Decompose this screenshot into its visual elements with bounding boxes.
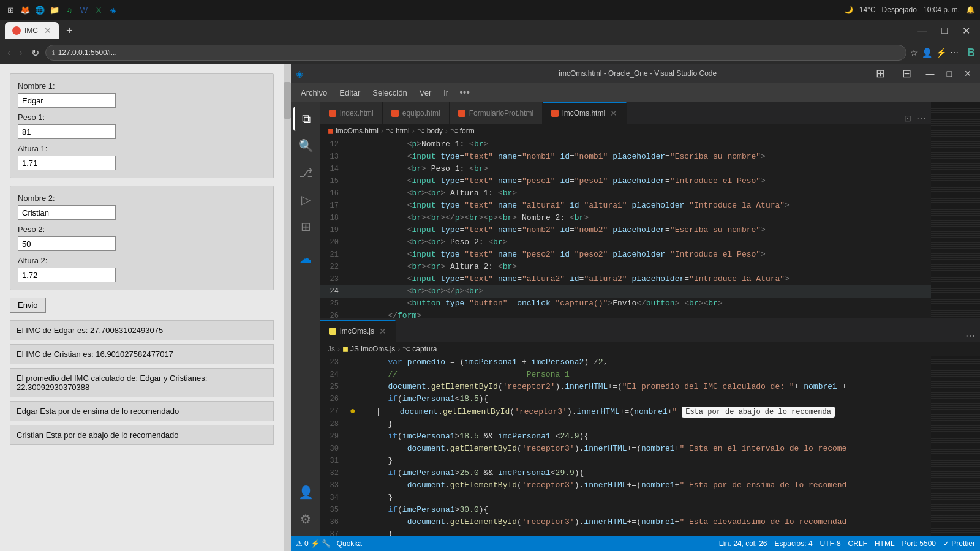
chevron-icon3: ⌥ bbox=[450, 127, 458, 135]
quokka-label[interactable]: Quokka bbox=[337, 539, 362, 548]
encoding[interactable]: UTF-8 bbox=[820, 539, 841, 548]
tab-close-icon[interactable]: ✕ bbox=[44, 26, 51, 36]
peso1-input[interactable] bbox=[18, 124, 116, 139]
browser-close[interactable]: ✕ bbox=[957, 25, 975, 37]
activity-azure[interactable]: ☁ bbox=[293, 246, 318, 271]
breadcrumb-html[interactable]: ⌥ html bbox=[386, 127, 410, 135]
js-minimap bbox=[931, 356, 980, 536]
taskbar-left: ⊞ 🦊 🌐 📁 ♫ W X ◈ bbox=[5, 4, 119, 15]
menu-editar[interactable]: Editar bbox=[334, 86, 365, 100]
code-line-24: 24 <br><br></p><br> bbox=[320, 285, 931, 298]
breadcrumb-body[interactable]: ⌥ body bbox=[417, 127, 443, 135]
nombre1-input[interactable] bbox=[18, 93, 116, 108]
func-icon: ⌥ bbox=[402, 345, 410, 353]
bookmark-icon[interactable]: ☆ bbox=[910, 48, 918, 58]
browser-menu-icon[interactable]: ⋯ bbox=[950, 48, 959, 58]
tab-formulario-label: FormularioProt.html bbox=[469, 109, 533, 118]
scrollbar-thumb[interactable] bbox=[284, 82, 291, 119]
browser-restore[interactable]: □ bbox=[937, 25, 952, 36]
menu-ir[interactable]: Ir bbox=[439, 86, 453, 100]
address-bar[interactable]: ℹ 127.0.0.1:5500/i... bbox=[45, 45, 907, 61]
vscode-icon[interactable]: ◈ bbox=[108, 4, 119, 15]
tab-imcoms-js[interactable]: imcOms.js ✕ bbox=[320, 320, 396, 342]
more-actions-icon[interactable]: ⋯ bbox=[916, 112, 926, 124]
excel-icon[interactable]: X bbox=[93, 4, 104, 15]
spaces[interactable]: Espacios: 4 bbox=[775, 539, 813, 548]
menu-seleccion[interactable]: Selección bbox=[368, 86, 412, 100]
menu-more[interactable]: ••• bbox=[456, 87, 473, 98]
vscode-grid2-icon[interactable]: ⊟ bbox=[896, 67, 918, 80]
code-line-15: 15 <input type="text" name="peso1" id="p… bbox=[320, 175, 931, 187]
notification-icon[interactable]: 🔔 bbox=[966, 6, 975, 14]
browser-chrome: IMC ✕ + — □ ✕ ‹ › ↻ ℹ 127.0.0.1:5500/i..… bbox=[0, 20, 980, 64]
profile-icon[interactable]: 👤 bbox=[922, 48, 932, 58]
chrome-icon[interactable]: 🌐 bbox=[34, 4, 45, 15]
activity-account[interactable]: 👤 bbox=[293, 480, 318, 504]
new-tab-button[interactable]: + bbox=[61, 24, 78, 37]
word-icon[interactable]: W bbox=[78, 4, 89, 15]
extensions-icon[interactable]: ⚡ bbox=[936, 48, 946, 58]
menu-ver[interactable]: Ver bbox=[415, 86, 437, 100]
code-line-17: 17 <input type="text" name="altura1" id=… bbox=[320, 200, 931, 212]
breadcrumb-form[interactable]: ⌥ form bbox=[450, 127, 475, 135]
browser-scrollbar[interactable] bbox=[284, 64, 291, 551]
code-line-13: 13 <input type="text" name="nomb1" id="n… bbox=[320, 151, 931, 163]
firefox-icon[interactable]: 🦊 bbox=[20, 4, 31, 15]
js-line-35: 35 if(imcPersona1>30.0){ bbox=[320, 504, 931, 516]
peso2-label: Peso 2: bbox=[18, 225, 266, 234]
refresh-button[interactable]: ↻ bbox=[29, 46, 42, 60]
language-mode[interactable]: HTML bbox=[875, 539, 895, 548]
vscode-restore[interactable]: □ bbox=[943, 69, 956, 78]
info-icon: 🔧 bbox=[322, 539, 331, 548]
tab-js-label: imcOms.js bbox=[340, 327, 374, 335]
browser-tab-imc[interactable]: IMC ✕ bbox=[5, 22, 59, 39]
altura1-input[interactable] bbox=[18, 156, 116, 170]
back-button[interactable]: ‹ bbox=[5, 46, 13, 59]
js-more-icon[interactable]: ⋯ bbox=[965, 330, 975, 342]
tab-index-html[interactable]: index.html bbox=[320, 102, 383, 124]
activity-extensions[interactable]: ⊞ bbox=[293, 214, 318, 239]
nombre2-input[interactable] bbox=[18, 205, 116, 220]
line-ending[interactable]: CRLF bbox=[848, 539, 867, 548]
result-5: Cristian Esta por de abajo de lo recomen… bbox=[10, 425, 274, 445]
js-file-icon bbox=[329, 328, 336, 335]
tab-imcoms-html[interactable]: imcOms.html ✕ bbox=[543, 102, 627, 124]
vscode-close[interactable]: ✕ bbox=[960, 69, 975, 78]
vscode-minimize[interactable]: — bbox=[922, 69, 938, 78]
address-text: 127.0.0.1:5500/i... bbox=[58, 48, 117, 57]
menu-archivo[interactable]: Archivo bbox=[296, 86, 332, 100]
activity-debug[interactable]: ▷ bbox=[293, 187, 318, 212]
prettier-status[interactable]: ✓ Prettier bbox=[943, 539, 975, 548]
peso2-input[interactable] bbox=[18, 236, 116, 251]
submit-button[interactable]: Envio bbox=[10, 298, 46, 313]
nombre2-label: Nombre 2: bbox=[18, 193, 266, 203]
code-line-18: 18 <br><br></p><br><p><br> Nombre 2: <br… bbox=[320, 212, 931, 224]
js-bc-file[interactable]: ◼ JS imcOms.js bbox=[342, 345, 395, 353]
explorer-icon[interactable]: 📁 bbox=[49, 4, 60, 15]
activity-explorer[interactable]: ⧉ bbox=[293, 107, 318, 131]
split-editor-icon[interactable]: ⊡ bbox=[904, 113, 911, 123]
altura2-input[interactable] bbox=[18, 268, 116, 282]
port-info[interactable]: Port: 5500 bbox=[902, 539, 936, 548]
bing-icon[interactable]: B bbox=[967, 47, 975, 59]
statusbar-errors[interactable]: ⚠ 0 ⚡ 🔧 bbox=[296, 539, 331, 548]
js-breadcrumb: Js › ◼ JS imcOms.js › ⌥ captura bbox=[320, 342, 980, 356]
spotify-icon[interactable]: ♫ bbox=[64, 4, 75, 15]
forward-button[interactable]: › bbox=[17, 46, 24, 59]
browser-minimize[interactable]: — bbox=[912, 25, 932, 36]
js-tab-close-button[interactable]: ✕ bbox=[379, 326, 386, 336]
js-bc-func[interactable]: ⌥ captura bbox=[402, 345, 437, 353]
tab-close-button[interactable]: ✕ bbox=[610, 108, 617, 118]
html-file-icon4 bbox=[551, 110, 559, 117]
activity-settings[interactable]: ⚙ bbox=[293, 507, 318, 531]
js-line-29: 29 if(imcPersona1>18.5 && imcPersona1 <2… bbox=[320, 430, 931, 443]
vscode-grid-icon[interactable]: ⊞ bbox=[870, 67, 891, 80]
activity-search[interactable]: 🔍 bbox=[293, 133, 318, 158]
breadcrumb-file[interactable]: ◼ imcOms.html bbox=[328, 127, 379, 135]
tab-formulario-html[interactable]: FormularioProt.html bbox=[450, 102, 543, 124]
tab-equipo-html[interactable]: equipo.html bbox=[383, 102, 450, 124]
start-icon[interactable]: ⊞ bbox=[5, 4, 16, 15]
activity-git[interactable]: ⎇ bbox=[293, 160, 318, 185]
os-taskbar: ⊞ 🦊 🌐 📁 ♫ W X ◈ 🌙 14°C Despejado 10:04 p… bbox=[0, 0, 980, 20]
line-col[interactable]: Lín. 24, col. 26 bbox=[719, 539, 767, 548]
